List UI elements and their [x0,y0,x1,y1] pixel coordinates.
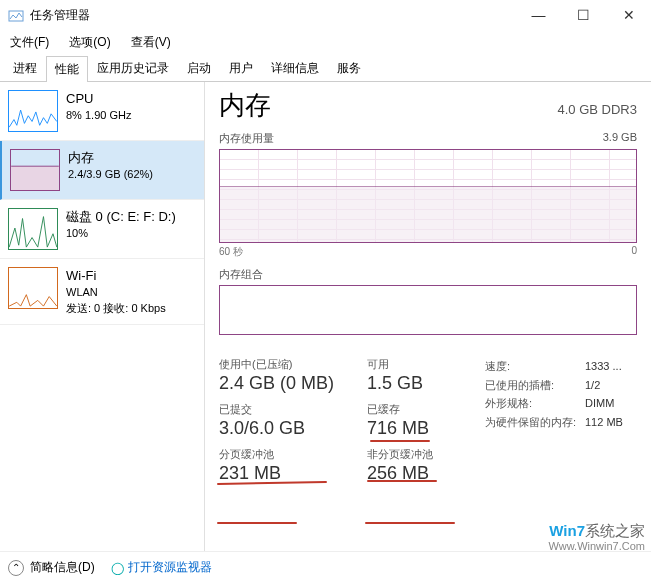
sidebar-label-memory: 内存 [68,149,153,167]
open-resource-monitor-link[interactable]: 打开资源监视器 [111,559,212,576]
tab-app-history[interactable]: 应用历史记录 [88,55,178,81]
footer-bar: ⌃ 简略信息(D) 打开资源监视器 [0,551,651,583]
memory-mini-graph-icon [11,150,59,190]
menubar: 文件(F) 选项(O) 查看(V) [0,30,651,55]
tab-details[interactable]: 详细信息 [262,55,328,81]
memory-usage-chart[interactable] [219,149,637,243]
tab-services[interactable]: 服务 [328,55,370,81]
window-controls: — ☐ ✕ [516,0,651,30]
stat-label-slots: 已使用的插槽: [485,376,585,395]
annotation-redline [217,522,297,524]
watermark-brand-prefix: Win7 [549,522,585,539]
titlebar: 任务管理器 — ☐ ✕ [0,0,651,30]
menu-file[interactable]: 文件(F) [6,32,53,53]
stat-label-committed: 已提交 [219,402,349,417]
annotation-redline [365,522,455,524]
sidebar-label-wifi: Wi-Fi [66,267,166,285]
usage-chart-max: 3.9 GB [603,131,637,146]
disk-mini-graph-icon [9,209,57,249]
brief-info-link[interactable]: 简略信息(D) [30,559,95,576]
performance-sidebar: CPU 8% 1.90 GHz 内存 2.4/3.9 GB (62%) 磁盘 0… [0,82,205,555]
menu-options[interactable]: 选项(O) [65,32,114,53]
sidebar-item-memory[interactable]: 内存 2.4/3.9 GB (62%) [0,141,204,200]
main-panel: 内存 4.0 GB DDR3 内存使用量 3.9 GB 60 秒 0 内存组合 … [205,82,651,555]
tab-users[interactable]: 用户 [220,55,262,81]
annotation-redline [367,480,437,482]
cpu-mini-graph-icon [9,91,57,131]
window-title: 任务管理器 [30,7,90,24]
page-title: 内存 [219,88,271,123]
stat-label-form: 外形规格: [485,394,585,413]
watermark-url: Www.Winwin7.Com [548,540,645,553]
tab-strip: 进程 性能 应用历史记录 启动 用户 详细信息 服务 [0,55,651,82]
stat-value-form: DIMM [585,394,614,413]
sidebar-label-disk: 磁盘 0 (C: E: F: D:) [66,208,176,226]
watermark: Win7系统之家 Www.Winwin7.Com [548,522,645,553]
close-button[interactable]: ✕ [606,0,651,30]
sidebar-item-wifi[interactable]: Wi-Fi WLAN 发送: 0 接收: 0 Kbps [0,259,204,325]
axis-right-label: 0 [631,245,637,259]
stat-label-inuse: 使用中(已压缩) [219,357,349,372]
sidebar-sub-wifi: WLAN [66,285,166,300]
memory-stats: 使用中(已压缩) 2.4 GB (0 MB) 已提交 3.0/6.0 GB 分页… [219,357,637,492]
stat-value-inuse: 2.4 GB (0 MB) [219,373,349,394]
memory-composition-chart[interactable] [219,285,637,335]
tab-startup[interactable]: 启动 [178,55,220,81]
maximize-button[interactable]: ☐ [561,0,606,30]
stat-label-paged: 分页缓冲池 [219,447,349,462]
usage-chart-label: 内存使用量 [219,131,274,146]
stat-value-available: 1.5 GB [367,373,467,394]
stat-value-slots: 1/2 [585,376,600,395]
axis-left-label: 60 秒 [219,245,243,259]
tab-performance[interactable]: 性能 [46,56,88,82]
wifi-mini-graph-icon [9,268,57,308]
chevron-up-icon[interactable]: ⌃ [8,560,24,576]
menu-view[interactable]: 查看(V) [127,32,175,53]
stat-value-cached: 716 MB [367,418,467,439]
stat-value-committed: 3.0/6.0 GB [219,418,349,439]
stat-label-speed: 速度: [485,357,585,376]
stat-label-cached: 已缓存 [367,402,467,417]
annotation-redline [370,440,430,442]
stats-col-right: 速度:1333 ... 已使用的插槽:1/2 外形规格:DIMM 为硬件保留的内… [485,357,623,492]
stat-label-nonpaged: 非分页缓冲池 [367,447,467,462]
stats-col-mid: 可用 1.5 GB 已缓存 716 MB 非分页缓冲池 256 MB [367,357,467,492]
sidebar-sub-cpu: 8% 1.90 GHz [66,108,131,123]
sidebar-sub2-wifi: 发送: 0 接收: 0 Kbps [66,301,166,316]
sidebar-label-cpu: CPU [66,90,131,108]
stat-value-reserved: 112 MB [585,413,623,432]
sidebar-sub-disk: 10% [66,226,176,241]
tab-processes[interactable]: 进程 [4,55,46,81]
sidebar-item-disk[interactable]: 磁盘 0 (C: E: F: D:) 10% [0,200,204,259]
minimize-button[interactable]: — [516,0,561,30]
sidebar-item-cpu[interactable]: CPU 8% 1.90 GHz [0,82,204,141]
stat-label-available: 可用 [367,357,467,372]
svg-rect-1 [11,166,59,190]
composition-label: 内存组合 [219,267,263,282]
memory-spec: 4.0 GB DDR3 [558,102,637,117]
content-area: CPU 8% 1.90 GHz 内存 2.4/3.9 GB (62%) 磁盘 0… [0,82,651,555]
app-icon [8,7,24,23]
watermark-brand-suffix: 系统之家 [585,522,645,539]
stats-col-left: 使用中(已压缩) 2.4 GB (0 MB) 已提交 3.0/6.0 GB 分页… [219,357,349,492]
sidebar-sub-memory: 2.4/3.9 GB (62%) [68,167,153,182]
stat-label-reserved: 为硬件保留的内存: [485,413,585,432]
stat-value-speed: 1333 ... [585,357,622,376]
